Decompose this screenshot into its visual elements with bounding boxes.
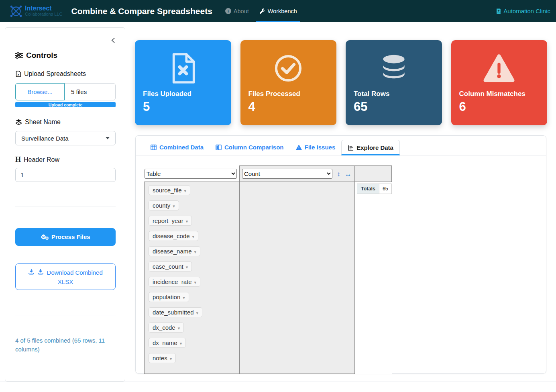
logo-name: Intersect bbox=[25, 5, 63, 12]
stat-card-value: 6 bbox=[459, 100, 466, 114]
heading-icon: H bbox=[15, 155, 21, 164]
col-order-icon[interactable]: ↔ bbox=[345, 170, 352, 178]
pivot-field-pill[interactable]: dx_code▾ bbox=[149, 323, 184, 333]
workbench-tab-card: Combined Data Column Comparison bbox=[135, 135, 546, 374]
pivot-aggregator-cell: Count ↕ ↔ bbox=[240, 166, 355, 182]
field-filter-triangle-icon[interactable]: ▾ bbox=[192, 234, 195, 239]
nav-workbench-label: Workbench bbox=[268, 8, 297, 14]
pivot-field-pill[interactable]: date_submitted▾ bbox=[149, 307, 202, 317]
stat-card-label: Files Uploaded bbox=[143, 90, 191, 98]
field-filter-triangle-icon[interactable]: ▾ bbox=[178, 326, 180, 331]
upload-label-text: Upload Spreadsheets bbox=[24, 70, 86, 78]
file-upload-input[interactable]: Browse... 5 files bbox=[15, 83, 116, 100]
aggregator-select[interactable]: Count bbox=[242, 169, 332, 179]
pivot-output-area: Totals 65 bbox=[355, 182, 392, 374]
download-combined-button[interactable]: Download Combined XLSX bbox=[15, 263, 116, 290]
field-filter-triangle-icon[interactable]: ▾ bbox=[186, 265, 188, 270]
pivot-field-pill[interactable]: notes▾ bbox=[149, 353, 176, 363]
pivot-field-population[interactable]: population▾ bbox=[149, 292, 235, 302]
field-filter-triangle-icon[interactable]: ▾ bbox=[180, 341, 182, 346]
pivot-field-pill[interactable]: source_file▾ bbox=[149, 185, 190, 195]
pivot-ui: Table Count ↕ ↔ source_file▾county▾repor… bbox=[144, 165, 392, 374]
renderer-select[interactable]: Table bbox=[145, 169, 237, 179]
upload-progress-text: Upload complete bbox=[49, 102, 83, 107]
pivot-field-dx_code[interactable]: dx_code▾ bbox=[149, 323, 235, 333]
header-row-label: H Header Row bbox=[15, 155, 59, 164]
header-row-label-text: Header Row bbox=[24, 156, 59, 163]
tab-combined-data[interactable]: Combined Data bbox=[145, 139, 210, 155]
sheet-name-label: Sheet Name bbox=[15, 118, 61, 126]
tab-column-comparison[interactable]: Column Comparison bbox=[210, 139, 290, 155]
gears-icon: ⚙⚙ bbox=[41, 233, 49, 240]
collapse-sidebar-icon[interactable] bbox=[110, 37, 116, 43]
nav-item-workbench[interactable]: Workbench bbox=[259, 0, 297, 22]
pivot-field-county[interactable]: county▾ bbox=[149, 200, 235, 210]
stat-card-label: Files Processed bbox=[248, 90, 300, 98]
sliders-icon bbox=[15, 52, 23, 59]
process-files-button[interactable]: ⚙⚙ Process Files bbox=[15, 228, 116, 246]
pivot-rows-dropzone[interactable] bbox=[240, 182, 355, 374]
chevron-down-icon bbox=[106, 137, 110, 139]
combine-status-text: 4 of 5 files combined (65 rows, 11 colum… bbox=[15, 336, 112, 354]
browse-button[interactable]: Browse... bbox=[15, 83, 65, 100]
pivot-field-date_submitted[interactable]: date_submitted▾ bbox=[149, 307, 235, 317]
tab-explore-data[interactable]: Explore Data bbox=[341, 140, 400, 155]
nav-about-label: About bbox=[234, 8, 249, 14]
pivot-field-incidence_rate[interactable]: incidence_rate▾ bbox=[149, 277, 235, 287]
sidebar-divider bbox=[15, 316, 116, 316]
app-root: Intersect Collaborations LLC Combine & C… bbox=[0, 0, 556, 392]
pivot-field-pill[interactable]: disease_code▾ bbox=[149, 231, 198, 241]
pivot-columns-dropzone[interactable] bbox=[355, 166, 392, 182]
pivot-field-pill[interactable]: dx_name▾ bbox=[149, 338, 186, 348]
pivot-renderer-cell: Table bbox=[145, 166, 240, 182]
field-filter-triangle-icon[interactable]: ▾ bbox=[194, 249, 197, 254]
stat-card-value: 5 bbox=[143, 100, 150, 114]
upload-progress-bar: Upload complete bbox=[15, 102, 116, 107]
pivot-field-pill[interactable]: population▾ bbox=[149, 292, 189, 302]
field-filter-triangle-icon[interactable]: ▾ bbox=[194, 280, 197, 285]
logo-subtitle: Collaborations LLC bbox=[25, 12, 63, 17]
pivot-field-case_count[interactable]: case_count▾ bbox=[149, 261, 235, 272]
sheet-name-value: Surveillance Data bbox=[21, 135, 69, 142]
pivot-field-disease_name[interactable]: disease_name▾ bbox=[149, 246, 235, 256]
pivot-totals-table: Totals 65 bbox=[357, 184, 392, 194]
table-icon bbox=[151, 145, 157, 150]
field-filter-triangle-icon[interactable]: ▾ bbox=[186, 219, 188, 224]
footer-divider bbox=[0, 382, 556, 382]
field-filter-triangle-icon[interactable]: ▾ bbox=[170, 356, 172, 361]
field-filter-triangle-icon[interactable]: ▾ bbox=[173, 204, 175, 208]
pivot-field-pill[interactable]: county▾ bbox=[149, 200, 179, 210]
pivot-unused-fields: source_file▾county▾report_year▾disease_c… bbox=[149, 185, 235, 363]
warning-triangle-icon bbox=[296, 145, 302, 150]
pivot-field-dx_name[interactable]: dx_name▾ bbox=[149, 338, 235, 348]
stat-card-label: Total Rows bbox=[354, 90, 389, 98]
database-icon bbox=[346, 47, 442, 89]
automation-clinic-link[interactable]: Automation Clinic bbox=[495, 0, 550, 22]
pivot-field-source_file[interactable]: source_file▾ bbox=[149, 185, 235, 195]
row-order-icon[interactable]: ↕ bbox=[337, 170, 340, 178]
pivot-field-report_year[interactable]: report_year▾ bbox=[149, 216, 235, 226]
page-title: Combine & Compare Spreadsheets bbox=[71, 6, 212, 16]
stat-card-column-mismatches: Column Mismatches 6 bbox=[451, 40, 548, 125]
sidebar-divider bbox=[15, 206, 116, 206]
field-filter-triangle-icon[interactable]: ▾ bbox=[184, 188, 187, 193]
nav-item-about[interactable]: i About bbox=[225, 0, 249, 22]
bar-chart-icon bbox=[348, 145, 354, 151]
totals-value: 65 bbox=[379, 184, 391, 194]
tab-file-issues[interactable]: File Issues bbox=[290, 139, 342, 155]
tab-bar: Combined Data Column Comparison bbox=[136, 136, 546, 155]
pivot-field-disease_code[interactable]: disease_code▾ bbox=[149, 231, 235, 241]
controls-sidebar: Controls x Upload Spreadsheets Browse...… bbox=[5, 27, 125, 382]
sheet-name-select[interactable]: Surveillance Data bbox=[15, 131, 116, 145]
field-filter-triangle-icon[interactable]: ▾ bbox=[183, 295, 185, 300]
pivot-field-pill[interactable]: report_year▾ bbox=[149, 216, 192, 226]
svg-text:x: x bbox=[17, 73, 19, 76]
field-filter-triangle-icon[interactable]: ▾ bbox=[196, 310, 199, 315]
pivot-field-pill[interactable]: incidence_rate▾ bbox=[149, 277, 200, 287]
pivot-field-pill[interactable]: case_count▾ bbox=[149, 261, 192, 272]
controls-title: Controls bbox=[26, 51, 57, 60]
pivot-field-pill[interactable]: disease_name▾ bbox=[149, 246, 200, 256]
pivot-field-notes[interactable]: notes▾ bbox=[149, 353, 235, 363]
header-row-input[interactable] bbox=[15, 168, 116, 182]
split-columns-icon bbox=[216, 145, 222, 150]
